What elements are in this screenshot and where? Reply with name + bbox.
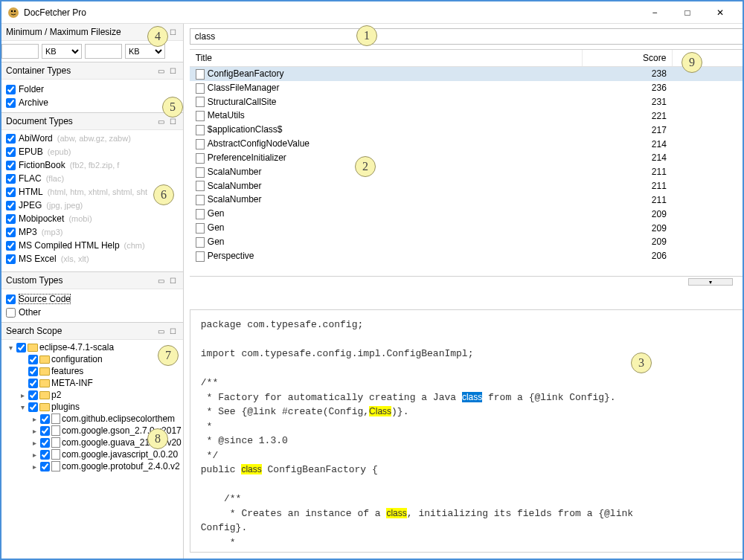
horizontal-splitter[interactable]: ▾ (190, 277, 744, 287)
min-filesize-input[interactable] (1, 44, 39, 59)
tree-node[interactable]: META-INF (3, 377, 182, 389)
tree-expander-icon[interactable]: ▸ (18, 391, 27, 399)
checkbox[interactable] (6, 147, 16, 157)
preview-pane[interactable]: package com.typesafe.config; import com.… (190, 309, 744, 553)
checkbox[interactable] (6, 134, 16, 144)
checkbox[interactable] (6, 98, 16, 108)
annotation-badge-5: 5 (162, 97, 183, 118)
panel-close-icon[interactable]: ☐ (168, 65, 179, 76)
checkbox[interactable] (28, 355, 38, 364)
table-row[interactable]: PreferenceInitializer2141 KBPreferenceIn… (190, 151, 744, 165)
table-row[interactable]: ScalaNumber2111 KBScalaNumber.javajavaC:… (190, 193, 744, 207)
panel-close-icon[interactable]: ☐ (168, 27, 179, 37)
doctype-item[interactable]: MP3(mp3) (6, 225, 179, 239)
panel-minimize-icon[interactable]: ▭ (156, 65, 167, 76)
content-area: ▾ Search 346 ? TitleScoreSizeFilenameTyp… (184, 24, 744, 559)
checkbox[interactable] (6, 161, 16, 170)
doctype-item[interactable]: MS Excel(xls, xlt) (6, 252, 179, 265)
checkbox[interactable] (28, 367, 38, 376)
tree-expander-icon[interactable]: ▸ (30, 463, 39, 471)
checkbox[interactable] (40, 414, 50, 424)
checkbox[interactable] (6, 174, 16, 184)
tree-node[interactable]: ▸com.google.protobuf_2.4.0.v2 (3, 460, 182, 472)
panel-minimize-icon[interactable]: ▭ (156, 116, 167, 126)
custom-item[interactable]: Source Code (6, 292, 179, 306)
container-item[interactable]: Folder (6, 83, 179, 96)
doctype-item[interactable]: Mobipocket(mobi) (6, 212, 179, 225)
svg-point-2 (14, 10, 16, 11)
tree-node[interactable]: features (3, 365, 182, 377)
table-row[interactable]: MetaUtils22130 KBMetaUtils.javajavaC:\ (190, 109, 744, 123)
tree-expander-icon[interactable]: ▸ (30, 451, 39, 459)
file-icon (196, 69, 205, 80)
panel-minimize-icon[interactable]: ▭ (156, 275, 167, 286)
min-unit-select[interactable]: KB (42, 44, 82, 59)
table-row[interactable]: Gen2091 KBGen.javajavaC:\ (190, 221, 744, 235)
panel-close-icon[interactable]: ☐ (168, 275, 179, 286)
tree-expander-icon[interactable]: ▸ (30, 427, 39, 435)
checkbox[interactable] (6, 308, 16, 318)
tree-expander-icon[interactable]: ▾ (6, 344, 15, 352)
checkbox[interactable] (6, 214, 16, 224)
search-input[interactable] (190, 29, 744, 44)
column-header[interactable]: Title (190, 50, 582, 67)
checkbox[interactable] (40, 462, 50, 472)
checkbox[interactable] (6, 201, 16, 210)
tree-expander-icon[interactable]: ▸ (30, 415, 39, 423)
minimize-button[interactable]: − (638, 2, 671, 23)
checkbox[interactable] (6, 241, 16, 251)
extensions: (chm) (124, 241, 145, 250)
table-row[interactable]: Gen2091 KBGen.javajavaC:\ (190, 235, 744, 249)
tree-node[interactable]: ▾plugins (3, 401, 182, 413)
checkbox[interactable] (6, 295, 16, 304)
checkbox[interactable] (40, 450, 50, 460)
column-header[interactable]: Score (582, 50, 673, 67)
panel-close-icon[interactable]: ☐ (168, 116, 179, 126)
max-filesize-input[interactable] (85, 44, 122, 59)
tree-node[interactable]: ▸com.github.eclipsecolorthem (3, 413, 182, 425)
label: Source Code (19, 294, 71, 304)
doctype-item[interactable]: FLAC(flac) (6, 172, 179, 185)
container-item[interactable]: Archive (6, 96, 179, 109)
maximize-button[interactable]: □ (671, 2, 704, 23)
table-row[interactable]: $applicationClass$2171 KB$applicationCla… (190, 123, 744, 137)
table-row[interactable]: Gen2091 KBGen.javajavaC:\ (190, 207, 744, 221)
checkbox[interactable] (28, 379, 38, 388)
checkbox[interactable] (40, 426, 50, 436)
table-row[interactable]: StructuralCallSite2312 KBStructuralCallS… (190, 95, 744, 109)
checkbox[interactable] (6, 254, 16, 264)
checkbox[interactable] (6, 228, 16, 237)
table-row[interactable]: ScalaNumber2111 KBScalaNumber.javajavaC:… (190, 165, 744, 179)
results-hscrollbar[interactable] (190, 264, 744, 276)
doctype-item[interactable]: FictionBook(fb2, fb2.zip, f (6, 158, 179, 172)
checkbox[interactable] (40, 438, 50, 448)
preview-toolbar: 1 / 10 (184, 287, 744, 306)
custom-item[interactable]: Other (6, 306, 179, 319)
doctype-item[interactable]: HTML(html, htm, xhtml, shtml, sht (6, 185, 179, 199)
doctype-item[interactable]: AbiWord(abw, abw.gz, zabw) (6, 132, 179, 145)
checkbox[interactable] (6, 187, 16, 197)
results-table[interactable]: TitleScoreSizeFilenameTypeat ConfigBeanF… (190, 50, 744, 263)
table-row[interactable]: ClassFileManager2362 KBClassFileManager.… (190, 81, 744, 95)
tree-expander-icon[interactable]: ▾ (18, 403, 27, 411)
doctype-item[interactable]: JPEG(jpg, jpeg) (6, 199, 179, 212)
checkbox[interactable] (6, 85, 16, 94)
table-row[interactable]: ScalaNumber2111 KBScalaNumber.javajavaC:… (190, 179, 744, 193)
tree-node[interactable]: configuration (3, 353, 182, 365)
checkbox[interactable] (16, 343, 26, 353)
file-icon (51, 461, 60, 472)
doctype-item[interactable]: EPUB(epub) (6, 145, 179, 158)
doctype-item[interactable]: MS Compiled HTML Help(chm) (6, 239, 179, 252)
panel-minimize-icon[interactable]: ▭ (156, 326, 167, 336)
tree-node[interactable]: ▾eclipse-4.7.1-scala (3, 341, 182, 353)
panel-close-icon[interactable]: ☐ (168, 326, 179, 336)
table-row[interactable]: Perspective2061 KBPerspective.javajavaC:… (190, 249, 744, 263)
checkbox[interactable] (28, 402, 38, 412)
table-row[interactable]: ConfigBeanFactory2382 KBConfigBeanFactor… (190, 67, 744, 81)
tree-expander-icon[interactable]: ▸ (30, 439, 39, 447)
table-row[interactable]: AbstractConfigNodeValue2141 KBAbstractCo… (190, 137, 744, 151)
tree-node[interactable]: ▸com.google.javascript_0.0.20 (3, 448, 182, 460)
tree-node[interactable]: ▸p2 (3, 389, 182, 401)
close-button[interactable]: ✕ (704, 2, 737, 23)
checkbox[interactable] (28, 390, 38, 400)
